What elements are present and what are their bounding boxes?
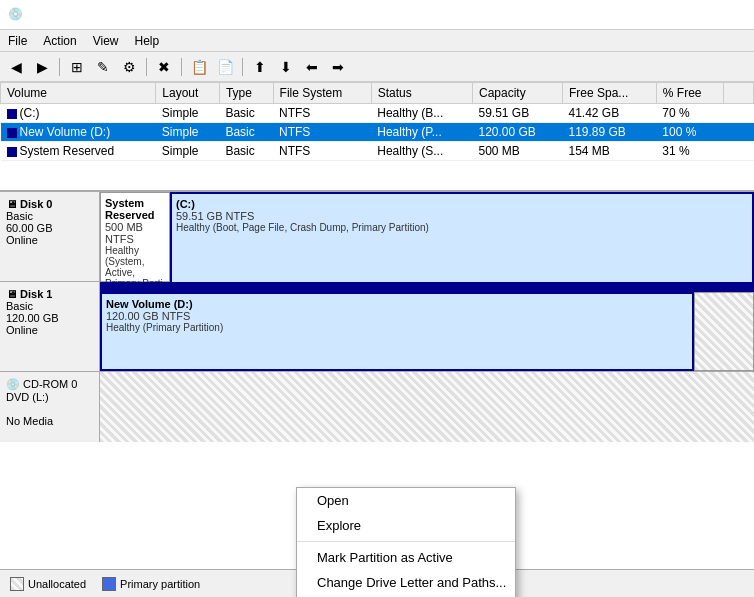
col-capacity[interactable]: Capacity — [472, 83, 562, 104]
cell-status: Healthy (S... — [371, 142, 472, 161]
ctx-item-mark-partition-as-active[interactable]: Mark Partition as Active — [297, 545, 515, 570]
cell-capacity: 120.00 GB — [472, 123, 562, 142]
new-volume-title: New Volume (D:) — [106, 298, 688, 310]
toolbar-sep1 — [59, 58, 60, 76]
context-menu: OpenExploreMark Partition as ActiveChang… — [296, 487, 516, 597]
c-drive-part[interactable]: (C:) 59.51 GB NTFS Healthy (Boot, Page F… — [170, 192, 754, 294]
cell-type: Basic — [219, 142, 273, 161]
toolbar-snap[interactable]: ⊞ — [65, 56, 89, 78]
disk0-partitions: System Reserved 500 MB NTFS Healthy (Sys… — [100, 192, 754, 281]
disk0-status: Online — [6, 234, 93, 246]
col-filesystem[interactable]: File System — [273, 83, 371, 104]
cdrom0-status: No Media — [6, 415, 93, 427]
col-layout[interactable]: Layout — [156, 83, 220, 104]
ctx-item-explore[interactable]: Explore — [297, 513, 515, 538]
ctx-item-change-drive-letter-and-paths-[interactable]: Change Drive Letter and Paths... — [297, 570, 515, 595]
legend-primary-box — [102, 577, 116, 591]
table-row[interactable]: New Volume (D:) Simple Basic NTFS Health… — [1, 123, 754, 142]
toolbar-delete[interactable]: ✖ — [152, 56, 176, 78]
disk0-name: 🖥 Disk 0 — [6, 198, 93, 210]
volume-table-area: Volume Layout Type File System Status Ca… — [0, 82, 754, 192]
cell-filesystem: NTFS — [273, 104, 371, 123]
col-status[interactable]: Status — [371, 83, 472, 104]
c-drive-title: (C:) — [176, 198, 748, 210]
cell-freespace: 41.42 GB — [562, 104, 656, 123]
cdrom0-label: 💿 CD-ROM 0 DVD (L:) No Media — [0, 372, 100, 442]
disk1-label: 🖥 Disk 1 Basic 120.00 GB Online — [0, 282, 100, 371]
title-bar: 💿 — [0, 0, 754, 30]
cell-volume: (C:) — [1, 104, 156, 123]
cdrom0-row: 💿 CD-ROM 0 DVD (L:) No Media — [0, 372, 754, 442]
toolbar-sep4 — [242, 58, 243, 76]
menu-file[interactable]: File — [0, 32, 35, 50]
main-area: Volume Layout Type File System Status Ca… — [0, 82, 754, 597]
menu-bar: File Action View Help — [0, 30, 754, 52]
ctx-item-open[interactable]: Open — [297, 488, 515, 513]
minimize-button[interactable] — [604, 0, 650, 30]
toolbar-forward[interactable]: ▶ — [30, 56, 54, 78]
legend-unallocated-label: Unallocated — [28, 578, 86, 590]
disk-area: 🖥 Disk 0 Basic 60.00 GB Online System Re… — [0, 192, 754, 597]
cell-status: Healthy (B... — [371, 104, 472, 123]
cell-percent: 31 % — [656, 142, 723, 161]
menu-help[interactable]: Help — [127, 32, 168, 50]
window-controls — [604, 0, 746, 30]
disk1-size: 120.00 GB — [6, 312, 93, 324]
cell-percent: 100 % — [656, 123, 723, 142]
cell-volume: New Volume (D:) — [1, 123, 156, 142]
maximize-button[interactable] — [652, 0, 698, 30]
close-button[interactable] — [700, 0, 746, 30]
table-row[interactable]: System Reserved Simple Basic NTFS Health… — [1, 142, 754, 161]
toolbar-right[interactable]: ➡ — [326, 56, 350, 78]
cdrom0-name: 💿 CD-ROM 0 — [6, 378, 93, 391]
toolbar-copy[interactable]: 📋 — [187, 56, 211, 78]
legend-primary-label: Primary partition — [120, 578, 200, 590]
cell-filesystem: NTFS — [273, 142, 371, 161]
disk1-row: 🖥 Disk 1 Basic 120.00 GB Online New Volu… — [0, 282, 754, 372]
toolbar-down[interactable]: ⬇ — [274, 56, 298, 78]
cell-filesystem: NTFS — [273, 123, 371, 142]
col-percent[interactable]: % Free — [656, 83, 723, 104]
cell-percent: 70 % — [656, 104, 723, 123]
disk1-unallocated — [694, 292, 754, 371]
toolbar: ◀ ▶ ⊞ ✎ ⚙ ✖ 📋 📄 ⬆ ⬇ ⬅ ➡ — [0, 52, 754, 82]
col-type[interactable]: Type — [219, 83, 273, 104]
disk0-type: Basic — [6, 210, 93, 222]
disk1-name: 🖥 Disk 1 — [6, 288, 93, 300]
legend-unallocated: Unallocated — [10, 577, 86, 591]
disk1-bar — [100, 282, 754, 292]
disk0-row: 🖥 Disk 0 Basic 60.00 GB Online System Re… — [0, 192, 754, 282]
cdrom0-partitions — [100, 372, 754, 442]
toolbar-paste[interactable]: 📄 — [213, 56, 237, 78]
col-extra — [724, 83, 754, 104]
toolbar-settings[interactable]: ⚙ — [117, 56, 141, 78]
cell-freespace: 119.89 GB — [562, 123, 656, 142]
system-reserved-part[interactable]: System Reserved 500 MB NTFS Healthy (Sys… — [100, 192, 170, 294]
cell-layout: Simple — [156, 104, 220, 123]
legend-primary: Primary partition — [102, 577, 200, 591]
toolbar-left[interactable]: ⬅ — [300, 56, 324, 78]
disk1-parts: New Volume (D:) 120.00 GB NTFS Healthy (… — [100, 292, 754, 371]
cdrom0-type: DVD (L:) — [6, 391, 93, 403]
col-volume[interactable]: Volume — [1, 83, 156, 104]
disk0-parts: System Reserved 500 MB NTFS Healthy (Sys… — [100, 192, 754, 294]
disk1-partitions: New Volume (D:) 120.00 GB NTFS Healthy (… — [100, 282, 754, 371]
c-drive-size: 59.51 GB NTFS — [176, 210, 748, 222]
new-volume-size: 120.00 GB NTFS — [106, 310, 688, 322]
toolbar-up[interactable]: ⬆ — [248, 56, 272, 78]
table-row[interactable]: (C:) Simple Basic NTFS Healthy (B... 59.… — [1, 104, 754, 123]
system-reserved-size: 500 MB NTFS — [105, 221, 165, 245]
cell-capacity: 500 MB — [472, 142, 562, 161]
new-volume-part[interactable]: New Volume (D:) 120.00 GB NTFS Healthy (… — [100, 292, 694, 371]
cell-capacity: 59.51 GB — [472, 104, 562, 123]
toolbar-edit[interactable]: ✎ — [91, 56, 115, 78]
toolbar-sep2 — [146, 58, 147, 76]
cell-layout: Simple — [156, 142, 220, 161]
system-reserved-title: System Reserved — [105, 197, 165, 221]
menu-action[interactable]: Action — [35, 32, 84, 50]
col-freespace[interactable]: Free Spa... — [562, 83, 656, 104]
disk0-label: 🖥 Disk 0 Basic 60.00 GB Online — [0, 192, 100, 281]
toolbar-back[interactable]: ◀ — [4, 56, 28, 78]
menu-view[interactable]: View — [85, 32, 127, 50]
cell-freespace: 154 MB — [562, 142, 656, 161]
